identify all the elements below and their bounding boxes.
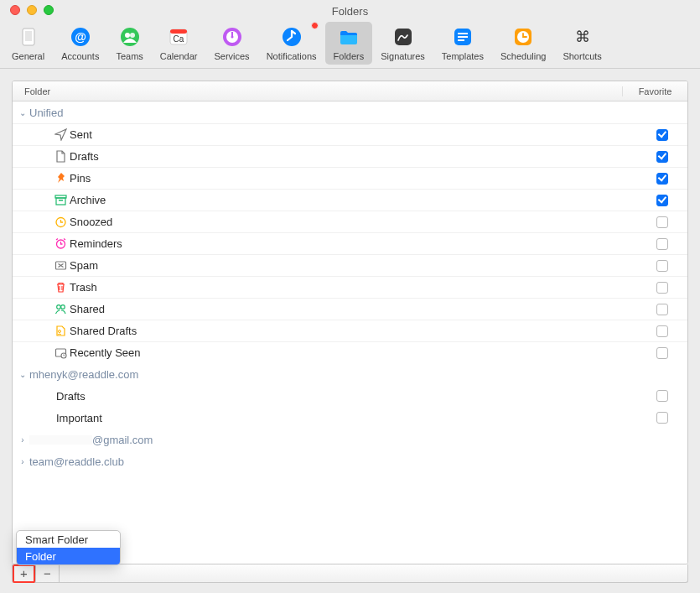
- accounts-icon: @: [69, 25, 92, 49]
- section-account-1[interactable]: ⌄ mhenyk@readdle.com: [13, 363, 687, 385]
- menu-item-folder[interactable]: Folder: [17, 548, 120, 564]
- disclosure-triangle-icon[interactable]: ⌄: [18, 108, 28, 117]
- disclosure-triangle-icon[interactable]: ›: [18, 457, 28, 466]
- add-button[interactable]: +: [13, 564, 36, 583]
- svg-point-29: [56, 305, 60, 310]
- folder-row-reminders[interactable]: Reminders: [13, 232, 687, 254]
- folder-row-recently-seen[interactable]: Recently Seen: [13, 341, 687, 363]
- favorite-checkbox[interactable]: [656, 173, 668, 185]
- folder-row-account1-important[interactable]: Important: [13, 407, 687, 429]
- folder-name: Snoozed: [70, 216, 637, 228]
- menu-item-smart-folder[interactable]: Smart Folder: [17, 531, 120, 548]
- general-icon: [17, 25, 40, 49]
- folder-name: Recently Seen: [70, 346, 637, 359]
- folder-name: Reminders: [70, 237, 637, 250]
- favorite-checkbox[interactable]: [656, 151, 668, 163]
- favorite-checkbox[interactable]: [656, 238, 668, 250]
- templates-icon: [451, 25, 474, 49]
- folder-row-pins[interactable]: Pins: [13, 167, 687, 189]
- section-account-2[interactable]: › @gmail.com: [13, 429, 687, 450]
- svg-rect-19: [458, 39, 464, 41]
- favorite-checkbox[interactable]: [656, 325, 668, 337]
- folder-row-account1-drafts[interactable]: Drafts: [13, 385, 687, 407]
- tab-accounts[interactable]: @ Accounts: [53, 22, 107, 65]
- favorite-checkbox[interactable]: [656, 195, 668, 206]
- svg-point-5: [125, 33, 130, 38]
- document-icon: [51, 150, 70, 163]
- section-label: mhenyk@readdle.com: [29, 368, 138, 381]
- favorite-checkbox[interactable]: [656, 129, 668, 141]
- section-unified[interactable]: ⌄ Unified: [13, 101, 687, 123]
- svg-rect-17: [458, 33, 468, 34]
- svg-point-30: [60, 305, 65, 310]
- window-title: Folders: [332, 2, 368, 18]
- zoom-window-button[interactable]: [44, 5, 54, 15]
- preferences-window: Folders General @ Accounts Teams: [0, 0, 700, 593]
- tab-services[interactable]: Services: [205, 22, 257, 65]
- svg-text:Ca: Ca: [174, 34, 184, 44]
- svg-point-6: [130, 33, 135, 38]
- tab-templates[interactable]: Templates: [433, 22, 492, 65]
- recently-seen-icon: [51, 346, 70, 359]
- svg-rect-24: [56, 198, 65, 205]
- table-header: Folder Favorite: [13, 81, 687, 101]
- favorite-checkbox[interactable]: [656, 412, 668, 424]
- signatures-icon: [391, 25, 415, 49]
- section-account-3[interactable]: › team@readdle.club: [13, 450, 687, 472]
- folders-icon: [337, 25, 360, 49]
- favorite-checkbox[interactable]: [656, 260, 668, 272]
- favorite-checkbox[interactable]: [656, 390, 668, 402]
- folder-row-shared-drafts[interactable]: Shared Drafts: [13, 320, 687, 341]
- section-label: @gmail.com: [92, 434, 153, 446]
- people-icon: [51, 303, 70, 315]
- minimize-window-button[interactable]: [27, 5, 37, 15]
- column-header-favorite[interactable]: Favorite: [623, 86, 687, 96]
- folder-name: Archive: [70, 194, 637, 206]
- spam-icon: [51, 259, 70, 272]
- remove-button[interactable]: −: [36, 564, 60, 583]
- column-header-folder[interactable]: Folder: [13, 86, 623, 96]
- tab-general[interactable]: General: [3, 22, 53, 65]
- tab-notifications[interactable]: Notifications: [258, 22, 325, 65]
- folder-row-trash[interactable]: Trash: [13, 276, 687, 298]
- content-area: Folder Favorite ⌄ Unified Sent: [0, 69, 700, 593]
- tab-teams[interactable]: Teams: [107, 22, 151, 65]
- disclosure-triangle-icon[interactable]: ⌄: [18, 370, 28, 379]
- svg-text:⌘: ⌘: [575, 29, 590, 45]
- folder-name: Sent: [70, 128, 637, 141]
- tab-calendar[interactable]: Ca Calendar: [152, 22, 206, 65]
- scheduling-icon: [511, 25, 535, 49]
- close-window-button[interactable]: [10, 5, 20, 15]
- folder-row-drafts[interactable]: Drafts: [13, 145, 687, 167]
- folder-name: Shared Drafts: [70, 325, 637, 337]
- tab-shortcuts[interactable]: ⌘ Shortcuts: [554, 22, 609, 65]
- traffic-lights: [10, 5, 54, 15]
- folder-name: Spam: [70, 259, 637, 272]
- paperplane-icon: [51, 128, 70, 141]
- svg-rect-8: [170, 29, 187, 34]
- titlebar: Folders: [0, 0, 700, 18]
- folder-row-shared[interactable]: Shared: [13, 298, 687, 320]
- favorite-checkbox[interactable]: [656, 282, 668, 294]
- folder-row-spam[interactable]: Spam: [13, 254, 687, 276]
- folder-row-archive[interactable]: Archive: [13, 189, 687, 211]
- tab-folders[interactable]: Folders: [325, 22, 373, 65]
- favorite-checkbox[interactable]: [656, 216, 668, 228]
- svg-point-13: [231, 36, 233, 39]
- preferences-toolbar: General @ Accounts Teams Ca Calendar: [0, 18, 700, 69]
- tab-scheduling[interactable]: Scheduling: [492, 22, 554, 65]
- disclosure-triangle-icon[interactable]: ›: [18, 435, 28, 445]
- archive-icon: [51, 194, 70, 206]
- folder-row-snoozed[interactable]: Snoozed: [13, 211, 687, 232]
- folder-row-sent[interactable]: Sent: [13, 123, 687, 145]
- svg-rect-25: [59, 200, 63, 201]
- svg-text:@: @: [75, 30, 86, 44]
- folder-name: Shared: [70, 303, 637, 315]
- favorite-checkbox[interactable]: [656, 304, 668, 315]
- svg-point-31: [58, 330, 60, 333]
- trash-icon: [51, 281, 70, 294]
- favorite-checkbox[interactable]: [656, 347, 668, 359]
- svg-point-4: [121, 28, 139, 46]
- notifications-icon: [280, 25, 303, 49]
- tab-signatures[interactable]: Signatures: [372, 22, 433, 65]
